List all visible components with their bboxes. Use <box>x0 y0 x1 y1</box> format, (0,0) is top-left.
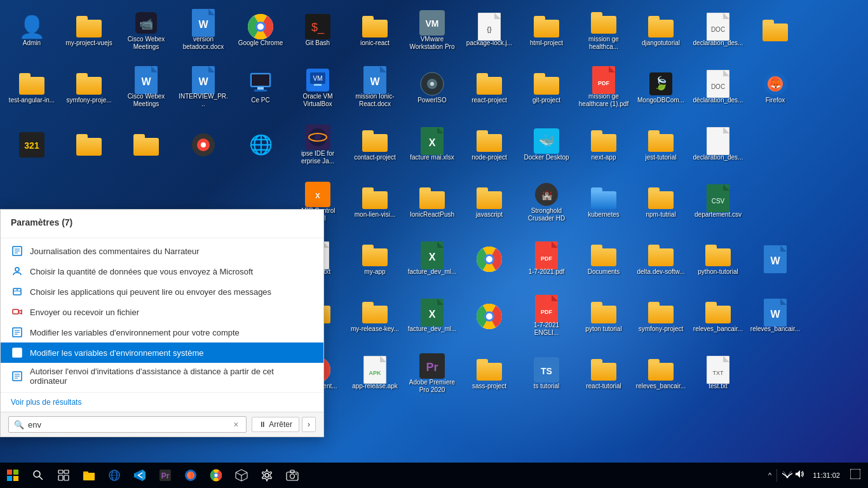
desktop-icon-ionic-react[interactable]: ionic-react <box>346 3 403 57</box>
desktop-icon-react-project[interactable]: react-project <box>461 60 518 114</box>
desktop-icon-network[interactable]: 🌐 <box>232 118 289 172</box>
desktop-icon-record[interactable] <box>175 118 232 172</box>
desktop-icon-npm[interactable]: npm-tutrial <box>632 175 689 229</box>
desktop-icon-facture-dev-ml[interactable]: X facture_dev_ml... <box>403 232 461 286</box>
desktop-icon-facture-dev-ml2[interactable]: X facture_dev_ml... <box>403 289 461 343</box>
desktop-icon-releves3[interactable]: releves_bancair... <box>632 346 689 400</box>
desktop-icon-my-release-key[interactable]: my-release-key... <box>346 289 403 343</box>
desktop-icon-media321[interactable]: 321 <box>3 118 60 172</box>
desktop-icon-premiere[interactable]: Pr Adobe Premiere Pro 2020 <box>403 346 461 400</box>
desktop-icon-symfony-project[interactable]: symfony-project <box>632 289 689 343</box>
desktop-icon-symfony[interactable]: symfony-proje... <box>60 60 118 114</box>
taskbar-app-chrome[interactable] <box>203 463 229 488</box>
desktop-icon-chrome-r6[interactable] <box>461 289 518 343</box>
desktop-icon-word-unknown[interactable]: W <box>747 232 804 286</box>
search-result-4[interactable]: Envoyer ou recevoir un fichier <box>1 302 323 322</box>
desktop-icon-contact[interactable]: contact-project <box>346 118 403 172</box>
search-arrow-button[interactable]: › <box>302 417 316 432</box>
taskbar-notification[interactable] <box>848 469 863 482</box>
search-result-1[interactable]: Journalisation des commentaires du Narra… <box>1 241 323 261</box>
desktop-icon-test-txt[interactable]: TXT test.txt <box>689 346 747 400</box>
see-more-link[interactable]: Voir plus de résultats <box>11 398 81 407</box>
taskbar-app-ie[interactable] <box>102 463 127 488</box>
desktop-icon-javascript[interactable]: javascript <box>461 175 518 229</box>
desktop-icon-mon-lien[interactable]: mon-lien-visi... <box>346 175 403 229</box>
desktop-icon-poweriso[interactable]: PowerISO <box>403 60 461 114</box>
desktop-icon-my-app[interactable]: my-app <box>346 232 403 286</box>
desktop-icon-angular[interactable]: test-angular-in... <box>3 60 60 114</box>
desktop-icon-cisco[interactable]: 📹 Cisco Webex Meetings <box>118 3 175 57</box>
desktop-icon-ionic-push[interactable]: IonicReactPush <box>403 175 461 229</box>
desktop-icon-react-tutorial[interactable]: react-tutorial <box>575 346 632 400</box>
desktop-icon-pdf-2021[interactable]: PDF 1-7-2021.pdf <box>518 232 575 286</box>
desktop-icon-jest[interactable]: jest-tutorial <box>632 118 689 172</box>
desktop-icon-node[interactable]: node-project <box>461 118 518 172</box>
taskbar-app-firefox[interactable] <box>178 463 203 488</box>
desktop-icon-chrome[interactable]: Google Chrome <box>232 3 289 57</box>
desktop-icon-chrome-r5[interactable] <box>461 232 518 286</box>
desktop-icon-git-project[interactable]: git-project <box>518 60 575 114</box>
desktop-icon-unknown1[interactable] <box>747 3 804 57</box>
search-result-6[interactable]: Modifier les variables d'environnement s… <box>1 342 323 363</box>
desktop-icon-pdf-engl[interactable]: PDF 1-7-2021 ENGLI... <box>518 289 575 343</box>
desktop-icon-next-app[interactable]: next-app <box>575 118 632 172</box>
desktop-icon-mission-pdf[interactable]: PDF mission ge healthcare (1).pdf <box>575 60 632 114</box>
taskbar-search[interactable] <box>25 463 51 488</box>
taskbar-app-taskview[interactable] <box>51 463 76 488</box>
desktop-icon-documents[interactable]: Documents <box>575 232 632 286</box>
desktop-icon-python[interactable]: python-tutorial <box>689 232 747 286</box>
desktop-icon-package-lock[interactable]: {} package-lock.j... <box>461 3 518 57</box>
search-result-7[interactable]: Autoriser l'envoi d'invitations d'assist… <box>1 363 323 390</box>
desktop-icon-folder-r3-2[interactable] <box>60 118 118 172</box>
search-result-2[interactable]: Choisir la quantité de données que vous … <box>1 261 323 281</box>
desktop-icon-vuejs[interactable]: my-project-vuejs <box>60 3 118 57</box>
desktop-icon-ts[interactable]: TS ts tutorial <box>518 346 575 400</box>
desktop-icon-apk[interactable]: APK app-release.apk <box>346 346 403 400</box>
desktop-icon-folder-r3-3[interactable] <box>118 118 175 172</box>
desktop-icon-releves2[interactable]: W releves_bancair... <box>747 289 804 343</box>
desktop-icon-mission-ionic[interactable]: W mission Ionic-React.docx <box>346 60 403 114</box>
taskbar-app-premiere[interactable]: Pr <box>153 463 178 488</box>
desktop-icon-mission-ge[interactable]: mission ge healthca... <box>575 3 632 57</box>
desktop-icon-interview[interactable]: W INTERVIEW_PR... <box>175 60 232 114</box>
desktop-icon-django[interactable]: djangotutorial <box>632 3 689 57</box>
desktop-icon-facture-xlsx[interactable]: X facture mai.xlsx <box>403 118 461 172</box>
search-clear-button[interactable]: × <box>231 419 241 430</box>
desktop-icon-eclipse[interactable]: ipse IDE for erprise Ja... <box>289 118 346 172</box>
desktop-icon-departement-csv[interactable]: CSV departement.csv <box>689 175 747 229</box>
desktop-icon-kubernetes[interactable]: kubernetes <box>575 175 632 229</box>
search-result-5[interactable]: Modifier les variables d'environnement p… <box>1 322 323 342</box>
search-stop-button[interactable]: ⏸ Arrêter <box>252 417 299 432</box>
taskbar-app-vscode[interactable] <box>127 463 153 488</box>
taskbar-app-photos[interactable] <box>229 463 254 488</box>
desktop-icon-pyton[interactable]: pyton tutorial <box>575 289 632 343</box>
tray-network-icon[interactable] <box>782 470 792 481</box>
desktop-icon-html-project[interactable]: html-project <box>518 3 575 57</box>
taskbar-app-camera[interactable] <box>280 463 305 488</box>
desktop-icon-ce-pc[interactable]: Ce PC <box>232 60 289 114</box>
desktop-icon-vmware[interactable]: VM VMware Workstation Pro <box>403 3 461 57</box>
taskbar-app-explorer[interactable] <box>76 463 102 488</box>
desktop-icon-delta[interactable]: delta.dev-softw... <box>632 232 689 286</box>
start-button[interactable] <box>0 463 25 488</box>
desktop-icon-render-function[interactable]: W Cisco Webex Meetings <box>118 60 175 114</box>
desktop-icon-firefox[interactable]: 🦊 Firefox <box>747 60 804 114</box>
desktop-icon-mongodb[interactable]: 🍃 MongoDBCom... <box>632 60 689 114</box>
desktop-icon-admin[interactable]: 👤 Admin <box>3 3 60 57</box>
desktop-icon-declaration3[interactable]: declaration_des... <box>689 118 747 172</box>
desktop-icon-version-betadocx[interactable]: W version betadocx.docx <box>175 3 232 57</box>
search-input[interactable] <box>28 420 231 430</box>
desktop-icon-declaration1[interactable]: DOC declaration_des... <box>689 3 747 57</box>
tray-show-hidden[interactable]: ^ <box>768 471 771 479</box>
desktop-icon-declaration2[interactable]: DOC déclaration_des... <box>689 60 747 114</box>
desktop-icon-oracle-vm[interactable]: VM Oracle VM VirtualBox <box>289 60 346 114</box>
tray-sound-icon[interactable] <box>795 470 805 481</box>
desktop-icon-releves1[interactable]: releves_bancair... <box>689 289 747 343</box>
desktop-icon-stronghold[interactable]: 🏰 Stronghold Crusader HD <box>518 175 575 229</box>
desktop-icon-docker[interactable]: 🐳 Docker Desktop <box>518 118 575 172</box>
search-result-3[interactable]: Choisir les applications qui peuvent lir… <box>1 281 323 302</box>
taskbar-app-settings[interactable] <box>254 463 280 488</box>
taskbar-clock[interactable]: 11:31:02 <box>808 471 845 480</box>
desktop-icon-sass[interactable]: sass-project <box>461 346 518 400</box>
desktop-icon-git-bash[interactable]: $_ Git Bash <box>289 3 346 57</box>
